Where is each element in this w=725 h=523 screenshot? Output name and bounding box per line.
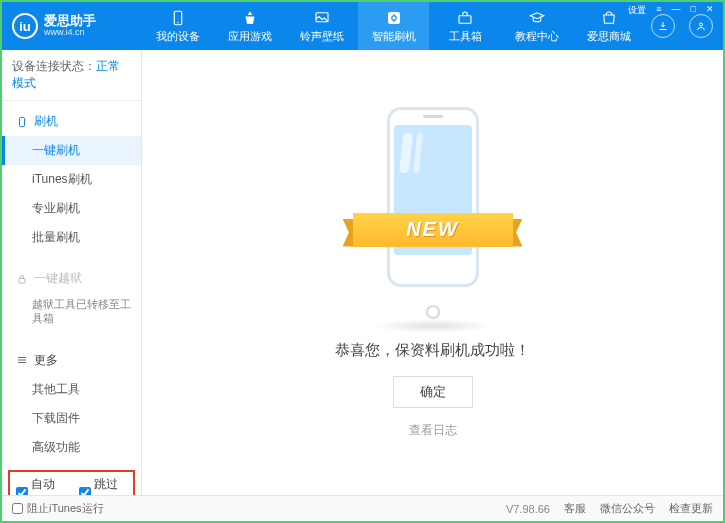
nav-label: 应用游戏	[228, 29, 272, 44]
nav-store[interactable]: 爱思商城	[573, 2, 645, 50]
menu-icon[interactable]: ≡	[653, 4, 664, 17]
phone-icon	[169, 9, 187, 27]
nav-my-device[interactable]: 我的设备	[142, 2, 214, 50]
svg-rect-3	[388, 12, 400, 24]
options-box: 自动激活 跳过向导	[8, 470, 135, 495]
nav-toolbox[interactable]: 工具箱	[429, 2, 501, 50]
phone-icon	[16, 116, 28, 128]
section-flash[interactable]: 刷机	[2, 107, 141, 136]
apps-icon	[241, 9, 259, 27]
ribbon-text: NEW	[353, 213, 513, 247]
maximize-icon[interactable]: □	[688, 4, 699, 17]
svg-rect-4	[459, 15, 471, 23]
nav-label: 智能刷机	[372, 29, 416, 44]
sidebar-item-batch[interactable]: 批量刷机	[2, 223, 141, 252]
version-text: V7.98.66	[506, 503, 550, 515]
sidebar-item-onekey[interactable]: 一键刷机	[2, 136, 141, 165]
chk-label: 自动激活	[31, 476, 65, 495]
lock-icon	[16, 273, 28, 285]
footer: 阻止iTunes运行 V7.98.66 客服 微信公众号 检查更新	[2, 495, 723, 521]
illustration-phone-new: NEW	[353, 107, 513, 327]
top-nav: 我的设备 应用游戏 铃声壁纸 智能刷机 工具箱 教程中心	[142, 2, 645, 50]
checkbox[interactable]	[16, 487, 28, 495]
graduation-icon	[528, 9, 546, 27]
logo: iu 爱思助手 www.i4.cn	[12, 13, 142, 39]
success-message: 恭喜您，保资料刷机成功啦！	[335, 341, 530, 360]
conn-label: 设备连接状态：	[12, 59, 96, 73]
wallpaper-icon	[313, 9, 331, 27]
nav-tutorials[interactable]: 教程中心	[501, 2, 573, 50]
section-label: 更多	[34, 352, 58, 369]
logo-title: 爱思助手	[44, 14, 96, 28]
view-log-link[interactable]: 查看日志	[409, 422, 457, 439]
sidebar-item-pro[interactable]: 专业刷机	[2, 194, 141, 223]
nav-label: 教程中心	[515, 29, 559, 44]
nav-ringtones[interactable]: 铃声壁纸	[286, 2, 358, 50]
section-label: 一键越狱	[34, 270, 82, 287]
download-button[interactable]	[651, 14, 675, 38]
titlebar: iu 爱思助手 www.i4.cn 我的设备 应用游戏 铃声壁纸 智能刷机	[2, 2, 723, 50]
main-panel: NEW 恭喜您，保资料刷机成功啦！ 确定 查看日志	[142, 50, 723, 495]
svg-point-5	[700, 23, 703, 26]
sidebar-item-itunes[interactable]: iTunes刷机	[2, 165, 141, 194]
body: 设备连接状态：正常模式 刷机 一键刷机 iTunes刷机 专业刷机 批量刷机 一…	[2, 50, 723, 495]
app-window: 设置 ≡ — □ ✕ iu 爱思助手 www.i4.cn 我的设备 应用游戏 铃	[0, 0, 725, 523]
footer-service[interactable]: 客服	[564, 501, 586, 516]
svg-rect-7	[19, 278, 25, 283]
section-jailbreak: 一键越狱	[2, 264, 141, 293]
jailbreak-note: 越狱工具已转移至工具箱	[2, 293, 141, 334]
svg-rect-6	[20, 117, 25, 126]
store-icon	[600, 9, 618, 27]
nav-flash[interactable]: 智能刷机	[358, 2, 430, 50]
checkbox[interactable]	[79, 487, 91, 495]
toolbox-icon	[456, 9, 474, 27]
sidebar: 设备连接状态：正常模式 刷机 一键刷机 iTunes刷机 专业刷机 批量刷机 一…	[2, 50, 142, 495]
close-icon[interactable]: ✕	[703, 4, 717, 17]
nav-label: 铃声壁纸	[300, 29, 344, 44]
confirm-button[interactable]: 确定	[393, 376, 473, 408]
chk-label: 阻止iTunes运行	[27, 501, 104, 516]
user-button[interactable]	[689, 14, 713, 38]
connection-status: 设备连接状态：正常模式	[2, 50, 141, 101]
refresh-icon	[385, 9, 403, 27]
minimize-icon[interactable]: —	[669, 4, 684, 17]
svg-point-1	[177, 21, 179, 23]
sidebar-item-other-tools[interactable]: 其他工具	[2, 375, 141, 404]
title-right	[645, 14, 713, 38]
sidebar-item-advanced[interactable]: 高级功能	[2, 433, 141, 462]
chk-block-itunes[interactable]: 阻止iTunes运行	[12, 501, 104, 516]
nav-label: 爱思商城	[587, 29, 631, 44]
logo-mark: iu	[12, 13, 38, 39]
footer-update[interactable]: 检查更新	[669, 501, 713, 516]
chk-auto-activate[interactable]: 自动激活	[16, 476, 65, 495]
section-more[interactable]: 更多	[2, 346, 141, 375]
logo-url: www.i4.cn	[44, 28, 96, 38]
chk-label: 跳过向导	[94, 476, 128, 495]
section-label: 刷机	[34, 113, 58, 130]
nav-apps[interactable]: 应用游戏	[214, 2, 286, 50]
nav-label: 工具箱	[449, 29, 482, 44]
nav-label: 我的设备	[156, 29, 200, 44]
chk-skip-guide[interactable]: 跳过向导	[79, 476, 128, 495]
sidebar-item-download-fw[interactable]: 下载固件	[2, 404, 141, 433]
menu-icon	[16, 354, 28, 366]
footer-wechat[interactable]: 微信公众号	[600, 501, 655, 516]
checkbox[interactable]	[12, 503, 23, 514]
